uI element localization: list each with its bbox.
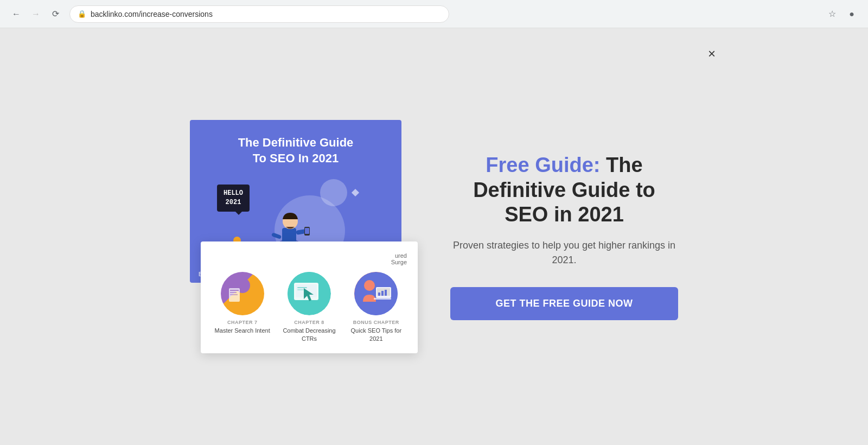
page-content: × The Definitive Guide To SEO In 2021 HE… (0, 28, 868, 445)
bonus-chapter-icon (354, 272, 398, 315)
svg-rect-17 (230, 294, 238, 295)
forward-button[interactable]: → (28, 7, 43, 22)
cta-button[interactable]: GET THE FREE GUIDE NOW (450, 287, 678, 320)
right-section: Free Guide: The Definitive Guide to SEO … (450, 153, 678, 320)
svg-rect-29 (381, 291, 384, 296)
lock-icon: 🔒 (78, 10, 86, 18)
bookmark-button[interactable]: ☆ (825, 7, 840, 22)
svg-rect-23 (297, 289, 304, 290)
chapter-8-item: Chapter 8 Combat Decreasing CTRs (278, 272, 340, 342)
bonus-chapter-title: Quick SEO Tips for 2021 (346, 327, 407, 342)
back-button[interactable]: ← (9, 7, 24, 22)
nav-buttons: ← → ⟳ (9, 7, 63, 22)
svg-rect-22 (297, 287, 307, 288)
preview-card: ured Surge (201, 241, 418, 353)
svg-rect-30 (385, 290, 387, 296)
reload-button[interactable]: ⟳ (48, 7, 63, 22)
guide-heading: Free Guide: The Definitive Guide to SEO … (450, 153, 678, 227)
modal-container: × The Definitive Guide To SEO In 2021 HE… (190, 120, 678, 353)
chapter-icons: Chapter 7 Master Search Intent (212, 272, 407, 342)
svg-point-25 (364, 280, 375, 291)
left-section: The Definitive Guide To SEO In 2021 HELL… (190, 120, 407, 353)
chapter-7-icon (221, 272, 264, 315)
chapter-7-label: Chapter 7 (227, 320, 258, 325)
guide-description: Proven strategies to help you get higher… (450, 238, 678, 268)
url-text: backlinko.com/increase-conversions (91, 10, 213, 18)
chapter-7-item: Chapter 7 Master Search Intent (212, 272, 273, 334)
chapter-8-icon (288, 272, 331, 315)
partial-text: ured Surge (212, 252, 407, 265)
svg-rect-15 (230, 290, 239, 291)
bonus-chapter-label: Bonus Chapter (353, 320, 399, 325)
heading-highlight: Free Guide: (486, 154, 600, 176)
speech-bubble: HELLO 2021 (217, 185, 250, 212)
chapter-8-title: Combat Decreasing CTRs (278, 327, 340, 342)
svg-rect-31 (374, 298, 391, 300)
book-title: The Definitive Guide To SEO In 2021 (238, 135, 354, 166)
svg-rect-16 (230, 292, 237, 293)
svg-rect-7 (305, 228, 309, 234)
profile-button[interactable]: ● (844, 7, 859, 22)
chapter-7-title: Master Search Intent (215, 327, 270, 334)
browser-chrome: ← → ⟳ 🔒 backlinko.com/increase-conversio… (0, 0, 868, 28)
deco-circle-small (320, 179, 347, 206)
bonus-chapter-item: Bonus Chapter Quick SEO Tips for 2021 (346, 272, 407, 342)
chapter-8-label: Chapter 8 (294, 320, 324, 325)
svg-rect-8 (271, 232, 282, 239)
svg-rect-28 (378, 293, 380, 296)
deco-diamond (352, 189, 359, 196)
address-bar[interactable]: 🔒 backlinko.com/increase-conversions (69, 5, 449, 23)
close-button[interactable]: × (702, 44, 722, 63)
browser-actions: ☆ ● (825, 7, 859, 22)
